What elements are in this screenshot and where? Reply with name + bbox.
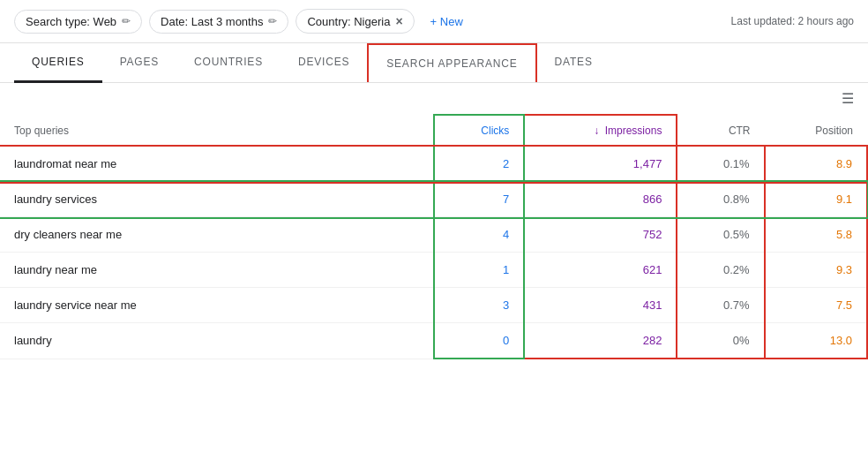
edit-icon-2: ✏ <box>268 15 277 27</box>
edit-icon: ✏ <box>122 15 131 27</box>
col-header-clicks: Clicks <box>434 115 525 147</box>
cell-ctr: 0.1% <box>677 147 764 182</box>
country-label: Country: Nigeria <box>307 15 390 28</box>
new-button[interactable]: + New <box>422 11 472 33</box>
tab-devices[interactable]: DEVICES <box>281 43 367 82</box>
last-updated: Last updated: 2 hours ago <box>731 15 854 27</box>
date-label: Date: Last 3 months <box>161 15 263 28</box>
queries-table: Top queries Clicks ↓ Impressions CTR Pos… <box>0 114 868 359</box>
table-row[interactable]: dry cleaners near me47520.5%5.8 <box>0 217 867 253</box>
cell-impressions: 431 <box>524 288 677 323</box>
cell-ctr: 0% <box>677 323 764 359</box>
cell-impressions: 621 <box>524 253 677 288</box>
country-chip[interactable]: Country: Nigeria × <box>296 9 414 34</box>
cell-position: 13.0 <box>765 323 867 359</box>
date-chip[interactable]: Date: Last 3 months ✏ <box>149 10 288 34</box>
tabs-bar: QUERIES PAGES COUNTRIES DEVICES SEARCH A… <box>0 43 868 83</box>
cell-clicks: 2 <box>434 147 525 182</box>
tab-dates[interactable]: DATES <box>537 43 610 82</box>
cell-ctr: 0.7% <box>677 288 764 323</box>
cell-clicks: 3 <box>434 288 525 323</box>
table-container: ☰ Top queries Clicks ↓ Impressions CTR P <box>0 83 868 359</box>
filter-icon[interactable]: ☰ <box>842 90 854 107</box>
cell-query: laundry near me <box>0 253 434 288</box>
filter-icon-row: ☰ <box>0 83 868 114</box>
cell-ctr: 0.5% <box>677 217 764 253</box>
table-row[interactable]: laundromat near me21,4770.1%8.9 <box>0 147 867 182</box>
cell-clicks: 0 <box>434 323 525 359</box>
table-row[interactable]: laundry near me16210.2%9.3 <box>0 253 867 288</box>
search-type-chip[interactable]: Search type: Web ✏ <box>14 10 142 34</box>
col-header-position: Position <box>765 115 867 147</box>
table-row[interactable]: laundry02820%13.0 <box>0 323 867 359</box>
table-row[interactable]: laundry services78660.8%9.1 <box>0 182 867 217</box>
cell-position: 5.8 <box>765 217 867 253</box>
cell-impressions: 282 <box>524 323 677 359</box>
cell-ctr: 0.2% <box>677 253 764 288</box>
cell-clicks: 4 <box>434 217 525 253</box>
col-header-query: Top queries <box>0 115 434 147</box>
filter-bar: Search type: Web ✏ Date: Last 3 months ✏… <box>0 0 868 43</box>
sort-arrow: ↓ <box>594 125 599 137</box>
cell-query: laundry services <box>0 182 434 217</box>
tab-countries[interactable]: COUNTRIES <box>176 43 281 82</box>
col-header-ctr: CTR <box>677 115 764 147</box>
cell-ctr: 0.8% <box>677 182 764 217</box>
cell-query: laundromat near me <box>0 147 434 182</box>
cell-impressions: 1,477 <box>524 147 677 182</box>
close-icon[interactable]: × <box>395 14 402 28</box>
cell-query: dry cleaners near me <box>0 217 434 253</box>
cell-clicks: 7 <box>434 182 525 217</box>
table-row[interactable]: laundry service near me34310.7%7.5 <box>0 288 867 323</box>
cell-position: 9.1 <box>765 182 867 217</box>
cell-impressions: 866 <box>524 182 677 217</box>
tab-search-appearance[interactable]: SEARCH APPEARANCE <box>367 43 536 82</box>
tab-queries[interactable]: QUERIES <box>14 43 102 82</box>
cell-query: laundry service near me <box>0 288 434 323</box>
cell-query: laundry <box>0 323 434 359</box>
search-type-label: Search type: Web <box>26 15 116 28</box>
cell-position: 9.3 <box>765 253 867 288</box>
tab-pages[interactable]: PAGES <box>102 43 176 82</box>
cell-impressions: 752 <box>524 217 677 253</box>
cell-position: 7.5 <box>765 288 867 323</box>
cell-clicks: 1 <box>434 253 525 288</box>
cell-position: 8.9 <box>765 147 867 182</box>
col-header-impressions: ↓ Impressions <box>524 115 677 147</box>
